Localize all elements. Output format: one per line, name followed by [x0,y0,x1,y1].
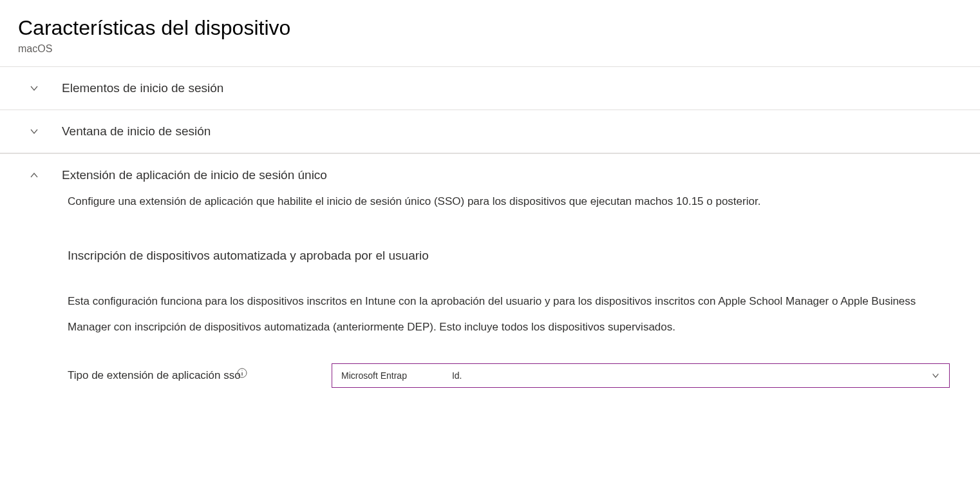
page-subtitle: macOS [0,43,980,66]
sso-type-dropdown[interactable]: Microsoft Entrap Id. [332,363,950,388]
subsection-heading: Inscripción de dispositivos automatizada… [68,249,951,263]
section-login-items[interactable]: Elementos de inicio de sesión [0,66,980,110]
sso-type-label: Tipo de extensión de aplicación sso [68,369,241,382]
section-sso-extension[interactable]: Extensión de aplicación de inicio de ses… [0,153,980,196]
section-title-sso-extension: Extensión de aplicación de inicio de ses… [62,168,327,182]
dropdown-value: Microsoft Entrap Id. [341,370,462,381]
section-title-login-items: Elementos de inicio de sesión [62,81,223,95]
section-login-window[interactable]: Ventana de inicio de sesión [0,110,980,153]
section-title-login-window: Ventana de inicio de sesión [62,124,211,139]
subsection-description: Esta configuración funciona para los dis… [68,289,951,341]
chevron-up-icon [29,170,39,180]
info-icon[interactable] [237,368,247,378]
page-title: Características del dispositivo [0,0,980,43]
chevron-down-icon [29,126,39,137]
dropdown-label-wrapper: Tipo de extensión de aplicación sso [68,369,325,382]
chevron-down-icon [29,83,39,93]
dropdown-row: Tipo de extensión de aplicación sso Micr… [68,363,951,388]
sso-description: Configure una extensión de aplicación qu… [68,193,951,210]
section-sso-content: Configure una extensión de aplicación qu… [0,193,980,388]
chevron-down-icon [931,371,940,380]
